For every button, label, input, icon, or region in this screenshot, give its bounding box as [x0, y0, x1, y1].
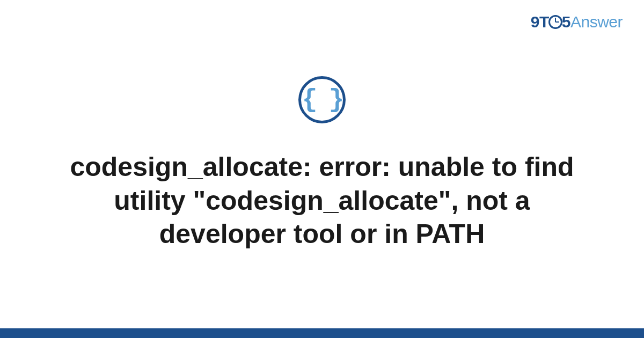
page-title: codesign_allocate: error: unable to find…: [54, 150, 590, 251]
code-braces-icon: { }: [298, 76, 346, 123]
footer-accent-bar: [0, 328, 644, 338]
main-content: { } codesign_allocate: error: unable to …: [0, 0, 644, 338]
braces-glyph: { }: [302, 87, 342, 113]
